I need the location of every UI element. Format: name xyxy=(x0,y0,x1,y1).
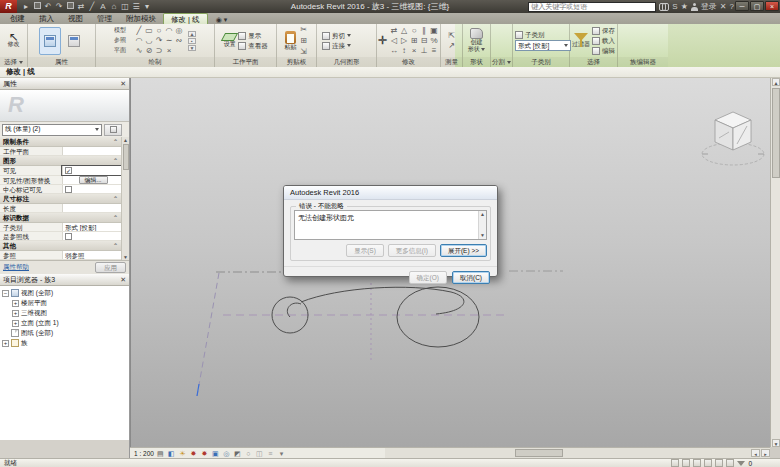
measure-between-icon[interactable]: ⇱ xyxy=(447,31,457,40)
subscription-icon[interactable]: S xyxy=(672,1,677,12)
inscribed-polygon-tool-icon[interactable]: ◎ xyxy=(174,26,184,35)
arc-tool-icon[interactable]: ◠ xyxy=(164,26,174,35)
search-icon[interactable] xyxy=(659,3,669,10)
horizontal-scrollbar[interactable]: ◂ ▸ xyxy=(385,447,770,458)
tab-create[interactable]: 创建 xyxy=(3,13,32,24)
collapse-icon[interactable]: − xyxy=(2,290,9,297)
subcategory-dropdown[interactable]: 形式 [投影] xyxy=(515,40,571,51)
draw-line-icon[interactable]: ╱ xyxy=(87,1,97,12)
hscroll-right-arrow[interactable]: ▸ xyxy=(761,449,770,457)
type-selector-dropdown[interactable]: 线 (体量) (2) xyxy=(2,124,102,136)
browser-close-icon[interactable]: ✕ xyxy=(120,276,126,284)
properties-scrollbar[interactable]: ▲▼ xyxy=(121,137,129,260)
properties-help-link[interactable]: 属性帮助 xyxy=(3,263,29,272)
startend-arc-tool-icon[interactable]: ◠ xyxy=(134,36,144,45)
paste-button[interactable]: 粘贴 xyxy=(285,31,297,51)
temporary-hide-icon[interactable]: ◩ xyxy=(233,449,242,458)
tab-manage[interactable]: 管理 xyxy=(90,13,119,24)
unpin-tool-icon[interactable]: ⊥ xyxy=(419,46,429,55)
temporary-view-properties-icon[interactable]: ≡ xyxy=(266,449,275,458)
rectangle-tool-icon[interactable]: ▭ xyxy=(144,26,154,35)
help-icon[interactable]: ? xyxy=(730,1,734,12)
error-message-box[interactable]: 无法创建形状图元 ▲▼ xyxy=(294,210,487,240)
favorites-star-icon[interactable]: ★ xyxy=(681,1,688,12)
workplane-value[interactable] xyxy=(62,147,121,155)
vg-edit-button[interactable]: 编辑... xyxy=(79,176,108,184)
expand-icon[interactable]: + xyxy=(12,300,19,307)
length-value[interactable] xyxy=(62,204,121,212)
more-info-button[interactable]: 更多信息(I) xyxy=(388,244,436,257)
create-form-button[interactable]: 创建 形状 xyxy=(468,28,486,53)
spline-tool-icon[interactable]: ∾ xyxy=(174,36,184,45)
visible-checkbox[interactable]: ✓ xyxy=(62,166,121,175)
half-ellipse-tool-icon[interactable]: ⊃ xyxy=(154,46,164,55)
offset-tool-icon[interactable]: △ xyxy=(399,26,409,35)
show-workplane-button[interactable]: 显示 xyxy=(238,31,268,40)
maximize-button[interactable]: ▢ xyxy=(750,1,764,11)
copy-icon[interactable]: ⊞ xyxy=(299,36,309,45)
move-v-tool-icon[interactable]: ↕ xyxy=(399,46,409,55)
load-selection-button[interactable]: 载入 xyxy=(592,36,615,45)
detail-level-icon[interactable]: ▤ xyxy=(156,449,165,458)
connecting-spline[interactable] xyxy=(301,287,464,314)
edit-selection-button[interactable]: 编辑 xyxy=(592,46,615,55)
pick-lines-tool-icon[interactable]: × xyxy=(164,46,174,55)
join-geometry-button[interactable]: 连接 xyxy=(322,41,351,50)
tree-node-sheets[interactable]: 图纸 (全部) xyxy=(2,328,129,338)
message-scrollbar[interactable]: ▲▼ xyxy=(478,211,486,239)
ok-button[interactable]: 确定(O) xyxy=(409,271,447,284)
show-button[interactable]: 显示(S) xyxy=(346,244,384,257)
exchange-apps-icon[interactable]: ✕ xyxy=(720,1,727,12)
tree-node-floorplans[interactable]: +楼层平面 xyxy=(2,298,129,308)
vertical-scrollbar[interactable]: ▲ ▼ xyxy=(770,78,780,447)
ellipse-tool-icon[interactable]: ⊘ xyxy=(144,46,154,55)
rotate-tool-icon[interactable]: ○ xyxy=(409,26,419,35)
open-icon[interactable]: ▸ xyxy=(21,1,31,12)
workplane-viewer-button[interactable]: 查看器 xyxy=(238,41,268,50)
match-type-icon[interactable]: ⇲ xyxy=(299,47,309,56)
tree-node-views[interactable]: −视图 (全部) xyxy=(2,288,129,298)
filter-button[interactable]: 过滤器 xyxy=(572,33,590,48)
pin-tool-icon[interactable]: ⊟ xyxy=(419,36,429,45)
expand-icon[interactable]: + xyxy=(12,310,19,317)
circle-tool-icon[interactable]: ○ xyxy=(154,26,164,35)
family-types-button[interactable] xyxy=(63,27,85,55)
edit-type-button[interactable] xyxy=(104,124,122,136)
tab-addins[interactable]: 附加模块 xyxy=(119,13,163,24)
reveal-hidden-icon[interactable]: ○ xyxy=(244,449,253,458)
aligned-dimension-icon[interactable]: ↗ xyxy=(447,41,457,50)
save-selection-button[interactable]: 保存 xyxy=(592,26,615,35)
section-other[interactable]: 其他⌃ xyxy=(0,241,121,251)
panel-divide-label[interactable]: 分割 xyxy=(491,57,512,67)
slanted-reference-line[interactable] xyxy=(197,273,219,396)
modify-tool-button[interactable]: ↖修改 xyxy=(8,34,20,48)
delete-tool-icon[interactable]: × xyxy=(409,46,419,55)
selected-line-tip[interactable] xyxy=(197,384,199,396)
select-pinned-toggle-icon[interactable] xyxy=(715,459,723,467)
fillet-arc-tool-icon[interactable]: ∼ xyxy=(164,36,174,45)
is-refline-checkbox[interactable] xyxy=(62,232,121,240)
tab-insert[interactable]: 插入 xyxy=(32,13,61,24)
measure-icon[interactable]: ⇄ xyxy=(76,1,86,12)
cut-geometry-button[interactable]: 剪切 xyxy=(322,31,351,40)
move-tool-icon[interactable]: ✛ xyxy=(378,34,387,47)
select-underlay-toggle-icon[interactable] xyxy=(704,459,712,467)
drag-on-selection-toggle-icon[interactable] xyxy=(726,459,734,467)
visual-style-icon[interactable]: ◧ xyxy=(167,449,176,458)
expand-icon[interactable]: + xyxy=(12,320,19,327)
sun-path-icon[interactable]: ☀ xyxy=(178,449,187,458)
default-3d-view-icon[interactable]: ⌂ xyxy=(109,1,119,12)
move-h-tool-icon[interactable]: ↔ xyxy=(389,46,399,55)
design-options-icon[interactable] xyxy=(682,459,690,467)
print-icon[interactable] xyxy=(65,1,75,12)
properties-close-icon[interactable]: ✕ xyxy=(120,80,126,88)
minimize-button[interactable]: ─ xyxy=(735,1,749,11)
sign-in-icon[interactable] xyxy=(691,3,698,11)
trim-tool-icon[interactable]: ◁ xyxy=(389,36,399,45)
sign-in-label[interactable]: 登录 xyxy=(701,1,717,12)
section-identity[interactable]: 标识数据⌃ xyxy=(0,213,121,223)
split-tool-icon[interactable]: ⊞ xyxy=(409,36,419,45)
crop-view-icon[interactable]: ▣ xyxy=(211,449,220,458)
spline-through-points-tool-icon[interactable]: ∿ xyxy=(134,46,144,55)
select-links-toggle-icon[interactable] xyxy=(693,459,701,467)
